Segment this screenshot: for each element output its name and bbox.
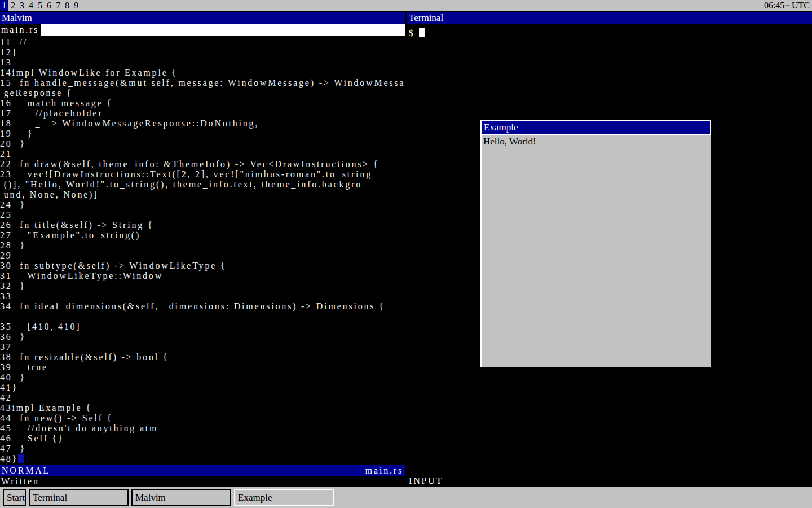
taskbar-button-example[interactable]: Example	[234, 489, 334, 506]
vim-status-filename: main.rs	[365, 465, 403, 476]
terminal-cursor	[419, 28, 425, 37]
vim-mode-indicator: NORMAL	[2, 465, 50, 476]
editor-row[interactable]: 24 }	[0, 200, 405, 210]
editor-row[interactable]: 46 Self {}	[0, 433, 405, 444]
workspace-1[interactable]: 1	[0, 0, 8, 11]
editor-row[interactable]: 37	[0, 342, 405, 352]
malvim-tabbar: main.rs	[0, 24, 405, 36]
workspace-5[interactable]: 5	[36, 0, 45, 11]
terminal-title: Terminal	[409, 12, 443, 23]
editor-row[interactable]: 48}	[0, 454, 405, 464]
malvim-window: Malvim main.rs 11 //12}1314impl WindowLi…	[0, 12, 405, 487]
example-body: Hello, World!	[480, 135, 711, 367]
workspace-6[interactable]: 6	[45, 0, 54, 11]
editor-row[interactable]: 31 WindowLikeType::Window	[0, 271, 405, 281]
editor-row[interactable]: 30 fn subtype(&self) -> WindowLikeType {	[0, 261, 405, 271]
editor-row[interactable]: 15 fn handle_message(&mut self, message:…	[0, 78, 405, 88]
clock: 06:45~ UTC	[764, 1, 812, 11]
workspace-7[interactable]: 7	[54, 0, 63, 11]
editor-row[interactable]	[0, 312, 405, 322]
editor-row[interactable]: 39 true	[0, 362, 405, 373]
taskbar-button-terminal[interactable]: Terminal	[29, 489, 129, 506]
taskbar: Start TerminalMalvimExample	[0, 487, 812, 508]
malvim-title: Malvim	[2, 12, 32, 23]
vim-message: Written	[0, 476, 405, 487]
editor-cursor	[18, 454, 24, 463]
editor-row[interactable]: 35 [410, 410]	[0, 322, 405, 332]
editor-row[interactable]: 32 }	[0, 281, 405, 291]
taskbar-button-malvim[interactable]: Malvim	[131, 489, 231, 506]
editor-row[interactable]: 11 //	[0, 37, 405, 47]
top-bar: 123456789 06:45~ UTC	[0, 0, 812, 12]
editor-row[interactable]: 16 match message {	[0, 98, 405, 108]
editor-row[interactable]: 42	[0, 393, 405, 403]
example-window: Example Hello, World!	[480, 120, 711, 367]
editor-row[interactable]: 18 _ => WindowMessageResponse::DoNothing…	[0, 119, 405, 129]
terminal-prompt: $	[409, 28, 415, 38]
editor-row[interactable]: 36 }	[0, 332, 405, 342]
workspace-3[interactable]: 3	[17, 0, 27, 11]
editor-lines[interactable]: 11 //12}1314impl WindowLike for Example …	[0, 36, 405, 465]
example-hello-text: Hello, World!	[483, 136, 536, 147]
editor-row[interactable]: 22 fn draw(&self, theme_info: &ThemeInfo…	[0, 159, 405, 169]
terminal-titlebar[interactable]: Terminal	[407, 12, 812, 24]
editor-row[interactable]: 38 fn resizable(&self) -> bool {	[0, 352, 405, 362]
tab-main-rs[interactable]: main.rs	[0, 24, 41, 36]
vim-statusbar: NORMAL main.rs	[0, 465, 405, 476]
malvim-titlebar[interactable]: Malvim	[0, 12, 405, 24]
editor-row[interactable]: 34 fn ideal_dimensions(&self, _dimension…	[0, 301, 405, 312]
editor-row[interactable]: 23 vec![DrawInstructions::Text([2, 2], v…	[0, 169, 405, 179]
taskbar-button-label: Malvim	[135, 492, 166, 503]
editor-row[interactable]: geResponse {	[0, 88, 405, 98]
workspace-4[interactable]: 4	[27, 0, 36, 11]
workspace-2[interactable]: 2	[8, 0, 17, 11]
example-titlebar[interactable]: Example	[480, 120, 711, 135]
taskbar-button-label: Terminal	[33, 492, 67, 503]
editor-row[interactable]: 21	[0, 149, 405, 159]
editor-row[interactable]: 25	[0, 210, 405, 220]
editor-row[interactable]: 19 }	[0, 129, 405, 139]
editor-row[interactable]: 27 "Example".to_string()	[0, 230, 405, 240]
taskbar-button-label: Example	[238, 492, 272, 503]
editor-row[interactable]: 44 fn new() -> Self {	[0, 413, 405, 423]
editor-row[interactable]: 29	[0, 251, 405, 261]
editor-row[interactable]: und, None, None)]	[0, 190, 405, 200]
editor-row[interactable]: 17 //placeholder	[0, 108, 405, 119]
editor-row[interactable]: ()], "Hello, World!".to_string(), theme_…	[0, 179, 405, 190]
editor-row[interactable]: 13	[0, 58, 405, 68]
workspace-list: 123456789	[0, 0, 81, 11]
terminal-mode-indicator: INPUT	[409, 476, 443, 486]
start-button-label: Start	[7, 492, 25, 503]
editor-row[interactable]: 40 }	[0, 373, 405, 383]
workspace-8[interactable]: 8	[63, 0, 72, 11]
editor-row[interactable]: 14impl WindowLike for Example {	[0, 68, 405, 78]
terminal-prompt-row: $	[407, 24, 812, 38]
editor-row[interactable]: 20 }	[0, 139, 405, 149]
editor-row[interactable]: 45 //doesn't do anything atm	[0, 423, 405, 433]
editor-row[interactable]: 12}	[0, 47, 405, 58]
editor-row[interactable]: 47 }	[0, 444, 405, 454]
start-button[interactable]: Start	[3, 489, 26, 506]
example-title: Example	[484, 122, 518, 133]
editor-row[interactable]: 33	[0, 291, 405, 301]
workspace-9[interactable]: 9	[72, 0, 81, 11]
editor-row[interactable]: 26 fn title(&self) -> String {	[0, 220, 405, 230]
editor-row[interactable]: 41}	[0, 383, 405, 393]
editor-row[interactable]: 28 }	[0, 240, 405, 251]
editor-row[interactable]: 43impl Example {	[0, 403, 405, 413]
